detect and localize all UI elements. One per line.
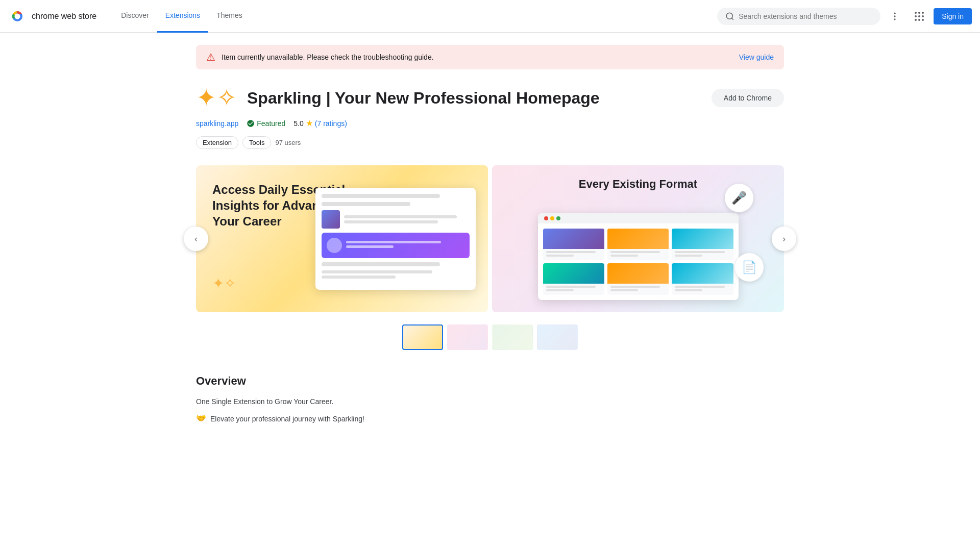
- mini-card-image: [672, 263, 733, 284]
- mini-card-line: [546, 289, 574, 291]
- dot-yellow: [550, 216, 554, 220]
- extension-tags: Extension Tools 97 users: [196, 136, 784, 149]
- mockup-content: [315, 188, 476, 289]
- extension-icon-area: ✦✧ Sparkling | Your New Professional Hom…: [196, 86, 712, 110]
- mockup-card-avatar: [327, 238, 342, 253]
- carousel-image-left: ✦✧ Access Daily Essential Insights for A…: [196, 165, 488, 312]
- mockup-card-text: [346, 241, 464, 250]
- right-mockup: [538, 213, 739, 300]
- mockup-card: [322, 233, 470, 258]
- extension-meta: sparkling.app Featured 5.0 ★ (7 ratings): [196, 118, 784, 128]
- mini-card-image: [672, 229, 733, 249]
- carousel-next-button[interactable]: ›: [772, 227, 796, 251]
- mini-card-image: [543, 229, 604, 249]
- mockup-bar: [322, 194, 440, 198]
- apps-button[interactable]: [909, 6, 929, 27]
- tag-extension[interactable]: Extension: [196, 136, 238, 149]
- mockup-row: [322, 210, 470, 229]
- extension-website-link[interactable]: sparkling.app: [196, 119, 238, 128]
- svg-point-5: [894, 12, 896, 14]
- tag-tools[interactable]: Tools: [242, 136, 271, 149]
- rating-count-link[interactable]: (7 ratings): [315, 119, 347, 128]
- svg-point-7: [894, 18, 896, 20]
- featured-label: Featured: [257, 119, 285, 128]
- carousel-thumbnails: [196, 324, 784, 350]
- mini-card-line: [610, 286, 660, 288]
- view-guide-link[interactable]: View guide: [739, 53, 774, 61]
- overview-item-1: 🤝 Elevate your professional journey with…: [196, 413, 784, 431]
- more-vert-icon: [890, 11, 900, 21]
- mockup-row: [322, 270, 470, 279]
- mini-card-line: [610, 255, 638, 257]
- sparkle-icon: ✦✧: [196, 86, 237, 110]
- thumbnail-4[interactable]: [537, 324, 578, 350]
- featured-check-icon: [247, 119, 255, 128]
- nav-themes[interactable]: Themes: [208, 0, 251, 33]
- mockup-lines: [344, 210, 470, 229]
- slide-right-title: Every Existing Format: [579, 178, 697, 191]
- sign-in-button[interactable]: Sign in: [934, 8, 972, 24]
- mini-card-6: [672, 263, 733, 295]
- rating-number: 5.0: [293, 119, 303, 128]
- mini-card-line: [546, 255, 574, 257]
- add-to-chrome-button[interactable]: Add to Chrome: [712, 89, 784, 107]
- carousel-slides: ✦✧ Access Daily Essential Insights for A…: [196, 165, 784, 312]
- search-input[interactable]: [739, 12, 872, 20]
- logo-link[interactable]: chrome web store: [8, 7, 96, 26]
- mockup-line: [322, 270, 433, 273]
- header-right: Sign in: [717, 6, 972, 27]
- slide-mockup-left: [315, 188, 476, 290]
- svg-line-4: [732, 18, 733, 19]
- mockup-card-line: [346, 241, 441, 243]
- svg-point-3: [726, 13, 732, 19]
- mockup-avatar: [322, 210, 340, 229]
- mini-card-body: [543, 249, 604, 260]
- mini-card-1: [543, 229, 604, 260]
- thumbnail-3[interactable]: [492, 324, 533, 350]
- carousel-prev-button[interactable]: ‹: [184, 227, 208, 251]
- mini-card-body: [672, 284, 733, 295]
- more-options-button[interactable]: [885, 6, 905, 27]
- thumbnail-2[interactable]: [447, 324, 488, 350]
- mockup-bar: [322, 202, 410, 206]
- mini-card-body: [672, 249, 733, 260]
- mockup-card-line: [346, 245, 394, 248]
- users-count: 97 users: [275, 139, 301, 146]
- mini-card-line: [546, 251, 596, 253]
- mini-card-line: [675, 255, 702, 257]
- slide-sparkles-icon: ✦✧: [212, 275, 236, 292]
- thumbnail-1[interactable]: [402, 324, 443, 350]
- mini-card-line: [610, 251, 660, 253]
- handshake-icon: 🤝: [196, 413, 206, 423]
- overview-item-text: Elevate your professional journey with S…: [210, 413, 364, 424]
- search-box[interactable]: [717, 8, 880, 25]
- mini-card-body: [607, 249, 669, 260]
- logo-text: chrome web store: [32, 12, 96, 21]
- overview-title: Overview: [196, 374, 784, 388]
- mockup-lines: [322, 270, 470, 279]
- mini-card-3: [672, 229, 733, 260]
- svg-point-2: [15, 13, 20, 19]
- mini-card-2: [607, 229, 669, 260]
- overview-intro: One Single Extension to Grow Your Career…: [196, 396, 784, 407]
- dot-red: [544, 216, 548, 220]
- mini-card-line: [675, 286, 725, 288]
- svg-point-6: [894, 15, 896, 17]
- nav-extensions[interactable]: Extensions: [157, 0, 208, 33]
- mini-card-4: [543, 263, 604, 295]
- extension-title: Sparkling | Your New Professional Homepa…: [247, 89, 600, 108]
- star-icon: ★: [306, 118, 313, 128]
- mockup-header-bar: [538, 213, 739, 223]
- alert-text: Item currently unavailable. Please check…: [222, 53, 733, 61]
- mockup-line: [344, 215, 457, 218]
- nav-discover[interactable]: Discover: [113, 0, 157, 33]
- extension-header: ✦✧ Sparkling | Your New Professional Hom…: [196, 86, 784, 110]
- mini-card-body: [543, 284, 604, 295]
- mockup-line: [344, 220, 438, 223]
- search-icon: [725, 12, 734, 21]
- screenshot-carousel: ✦✧ Access Daily Essential Insights for A…: [196, 165, 784, 312]
- mini-card-line: [546, 286, 596, 288]
- alert-banner: ⚠ Item currently unavailable. Please che…: [196, 45, 784, 69]
- main-content: ⚠ Item currently unavailable. Please che…: [184, 33, 796, 460]
- dot-green: [556, 216, 560, 220]
